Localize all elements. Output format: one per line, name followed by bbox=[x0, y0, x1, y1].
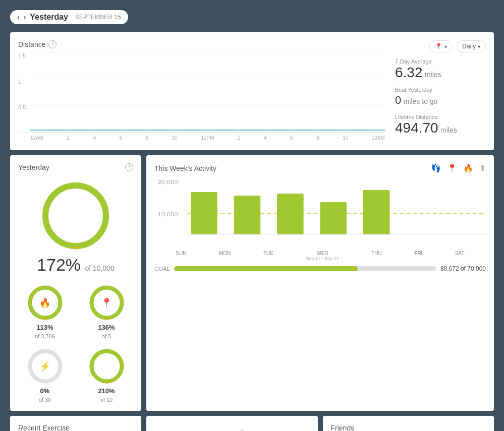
distance-small-label: of 5 bbox=[102, 333, 111, 339]
bar-x-wed: WED Sep 11 - Sep 17 bbox=[306, 251, 339, 261]
bar-chart-x-labels: SUN MON TUE WED Sep 11 - Sep 17 THU FRI … bbox=[154, 251, 486, 261]
main-label: of 10,000 bbox=[85, 264, 115, 272]
bar-x-sat: SAT bbox=[455, 251, 465, 261]
chart-title: Distance ? bbox=[18, 40, 385, 48]
svg-text:20,000: 20,000 bbox=[158, 179, 179, 185]
goal-star: ★ bbox=[351, 266, 356, 271]
stat-lifetime-label: Lifetime Distance bbox=[395, 114, 486, 120]
y-label-3: 0.5 bbox=[18, 104, 26, 110]
exercise-card: Recent Exercise Walk Sep 15 › 61 minutes… bbox=[10, 416, 141, 431]
y-label-2: 1 bbox=[18, 79, 26, 85]
calories-pct: 113% bbox=[36, 324, 53, 331]
distance-circle: 📍 ★ 136% of 5 bbox=[80, 284, 133, 339]
main-circle-inner bbox=[66, 206, 86, 226]
pin-dropdown[interactable]: 📍 ▾ bbox=[429, 40, 453, 52]
goal-row: GOAL ★ 80,672 of 70,000 bbox=[154, 265, 486, 272]
nav-date: SEPTEMBER 15 bbox=[75, 14, 121, 21]
stat-beat-value: 0 bbox=[395, 94, 401, 106]
bar-x-mon: MON bbox=[219, 251, 231, 261]
y-label-1: 1.5 bbox=[18, 52, 26, 58]
svg-point-9 bbox=[76, 207, 79, 210]
svg-rect-25 bbox=[363, 190, 390, 234]
svg-rect-22 bbox=[234, 196, 261, 234]
chart-x-labels: 12AM 2 4 6 8 10 12PM 2 4 6 8 10 12AM bbox=[18, 135, 385, 141]
svg-point-10 bbox=[79, 209, 82, 211]
svg-rect-21 bbox=[191, 192, 217, 234]
flame-icon[interactable]: 🔥 bbox=[463, 163, 473, 173]
bar-x-fri: FRI bbox=[414, 251, 422, 261]
activity-title: This Week's Activity bbox=[154, 164, 216, 172]
main-circle-container: ★ bbox=[40, 180, 111, 251]
yesterday-help-icon[interactable]: ? bbox=[125, 163, 133, 171]
friends-card: Friends bbox=[323, 416, 494, 431]
goal-label: GOAL bbox=[154, 266, 170, 272]
small-circles: 🔥 ★ 113% of 3,789 📍 bbox=[18, 284, 133, 403]
friends-title: Friends bbox=[331, 424, 486, 431]
nav-title: Yesterday bbox=[30, 13, 68, 22]
active-hours-card: 8AM 6PM 0 of 10 hours You can definitely… bbox=[146, 416, 318, 431]
goal-fill: ★ bbox=[174, 266, 358, 271]
nav-arrows: ‹ › Yesterday SEPTEMBER 15 bbox=[10, 10, 128, 24]
svg-rect-23 bbox=[277, 194, 304, 234]
svg-point-8 bbox=[73, 207, 76, 210]
bar-chart-svg: 20,000 10,000 bbox=[154, 178, 486, 249]
distance-small-icon: 📍 bbox=[101, 297, 112, 309]
svg-point-6 bbox=[76, 210, 81, 217]
stat-beat-unit: miles to go bbox=[404, 97, 438, 105]
active-min-pct: 0% bbox=[40, 387, 50, 395]
yesterday-header: Yesterday ? bbox=[18, 163, 133, 171]
stat-7day-avg: 7-Day Average 6.32 miles bbox=[395, 58, 486, 80]
distance-small-pct: 136% bbox=[98, 324, 115, 331]
stat-avg-label: 7-Day Average bbox=[395, 58, 486, 65]
svg-rect-24 bbox=[320, 202, 347, 234]
active-min-label: of 30 bbox=[39, 397, 51, 403]
distance-help-icon[interactable]: ? bbox=[48, 40, 57, 48]
activity-icons: 👣 📍 🔥 ⬆ bbox=[431, 163, 486, 173]
calories-circle-container: 🔥 ★ bbox=[26, 284, 64, 322]
floors-icon: ⬆ bbox=[103, 361, 110, 371]
bar-x-sun: SUN bbox=[176, 251, 186, 261]
prev-arrow[interactable]: ‹ bbox=[17, 13, 20, 21]
goal-bar: ★ bbox=[174, 266, 436, 271]
navigation-bar: ‹ › Yesterday SEPTEMBER 15 bbox=[10, 10, 494, 24]
stat-lifetime-value: 494.70 bbox=[395, 120, 438, 136]
next-arrow[interactable]: › bbox=[24, 13, 26, 21]
active-min-icon: ⚡ bbox=[39, 361, 50, 372]
pin-icon[interactable]: 📍 bbox=[447, 163, 457, 173]
main-pct: 172% bbox=[37, 255, 81, 274]
stat-beat-yesterday: Beat Yesterday 0 miles to go bbox=[395, 87, 486, 107]
stat-lifetime-unit: miles bbox=[440, 126, 457, 134]
bar-x-tue: TUE bbox=[263, 251, 273, 261]
stat-avg-value: 6.32 bbox=[395, 65, 423, 80]
stairs-icon[interactable]: ⬆ bbox=[479, 163, 486, 173]
clock-arc bbox=[192, 424, 272, 431]
calories-icon: 🔥 bbox=[39, 297, 50, 309]
chart-section: Distance ? 1.5 1 0.5 12AM 2 bbox=[18, 40, 385, 142]
clock-arc-svg bbox=[192, 424, 272, 431]
floors-container: ⬆ ★ bbox=[88, 347, 126, 385]
activity-card: This Week's Activity 👣 📍 🔥 ⬆ 20,000 10,0… bbox=[146, 155, 494, 411]
exercise-card-title: Recent Exercise bbox=[18, 424, 133, 431]
chart-y-labels: 1.5 1 0.5 bbox=[18, 52, 26, 133]
third-row: Recent Exercise Walk Sep 15 › 61 minutes… bbox=[10, 416, 494, 431]
distance-circle-container: 📍 ★ bbox=[88, 284, 126, 322]
calories-circle: 🔥 ★ 113% of 3,789 bbox=[18, 284, 72, 339]
activity-header: This Week's Activity 👣 📍 🔥 ⬆ bbox=[154, 163, 486, 173]
main-star: ★ bbox=[73, 243, 79, 252]
chart-area: 1.5 1 0.5 bbox=[18, 52, 385, 133]
active-minutes-circle: ⚡ 0% of 30 bbox=[18, 347, 72, 403]
yesterday-title: Yesterday bbox=[18, 163, 49, 171]
stat-lifetime: Lifetime Distance 494.70 miles bbox=[395, 114, 486, 135]
middle-row: Yesterday ? ★ bbox=[10, 155, 494, 416]
daily-dropdown[interactable]: Daily ▾ bbox=[457, 40, 486, 52]
line-chart-svg bbox=[30, 52, 385, 133]
calories-label: of 3,789 bbox=[35, 333, 55, 339]
main-pct-container: 172% of 10,000 bbox=[37, 255, 115, 275]
chart-canvas bbox=[30, 52, 385, 133]
footsteps-icon[interactable]: 👣 bbox=[431, 163, 441, 173]
goal-text: 80,672 of 70,000 bbox=[440, 265, 486, 272]
stats-section: 📍 ▾ Daily ▾ 7-Day Average 6.32 miles Bea… bbox=[395, 40, 486, 142]
floors-pct: 210% bbox=[98, 387, 115, 395]
stat-avg-unit: miles bbox=[425, 71, 441, 79]
footprint-icon bbox=[66, 206, 86, 226]
